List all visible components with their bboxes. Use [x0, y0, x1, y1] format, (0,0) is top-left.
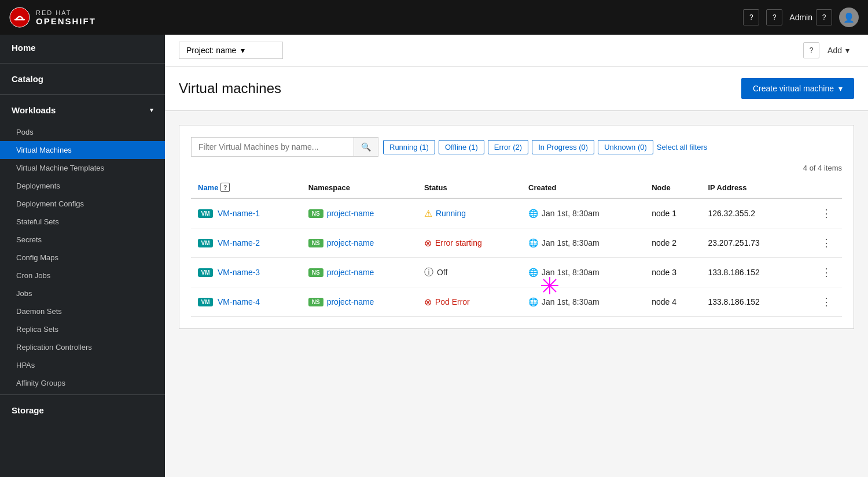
sidebar-item-virtual-machines[interactable]: Virtual Machines [0, 141, 165, 159]
row1-kebab-button[interactable]: ⋮ [818, 206, 835, 221]
create-virtual-machine-button[interactable]: Create virtual machine ▾ [741, 78, 854, 99]
row1-namespace-cell: NS project-name [301, 198, 417, 228]
row3-actions-cell: ⋮ [796, 258, 842, 287]
sidebar-item-virtual-machine-templates[interactable]: Virtual Machine Templates [0, 159, 165, 177]
col-created: Created [521, 177, 645, 198]
row1-namespace: project-name [327, 209, 374, 218]
filter-chip-in-progress[interactable]: In Progress (0) [532, 140, 594, 154]
name-help-icon[interactable]: ? [220, 183, 230, 192]
redhat-logo-icon [9, 7, 30, 28]
sidebar-section-workloads[interactable]: Workloads ▾ [0, 97, 165, 123]
add-button[interactable]: Add ▾ [823, 42, 854, 58]
row1-vm-badge: VM [198, 209, 213, 218]
sidebar-item-daemon-sets[interactable]: Daemon Sets [0, 302, 165, 320]
row2-vm-badge: VM [198, 239, 213, 247]
filter-chip-unknown[interactable]: Unknown (0) [598, 140, 653, 154]
help-icon-2[interactable]: ? [766, 9, 782, 25]
row4-namespace-link[interactable]: NS project-name [308, 297, 410, 306]
vm-list-card: 🔍 Running (1) Offline (1) Error (2) In P… [179, 125, 854, 329]
row1-name-link[interactable]: VM VM-name-1 [198, 209, 295, 218]
select-all-filters-link[interactable]: Select all filters [657, 143, 707, 151]
row4-namespace-cell: NS project-name [301, 287, 417, 317]
sidebar-item-pods[interactable]: Pods [0, 123, 165, 141]
sidebar-item-replica-sets[interactable]: Replica Sets [0, 320, 165, 338]
row4-status-link[interactable]: Pod Error [435, 297, 470, 306]
sidebar-divider-2 [0, 94, 165, 95]
filter-input[interactable] [192, 138, 354, 156]
row4-kebab-button[interactable]: ⋮ [818, 294, 835, 309]
row4-name-cell: VM VM-name-4 [191, 287, 301, 317]
top-navigation: RED HAT OPENSHIFT ? ? Admin ? 👤 [0, 0, 868, 35]
row2-status-link[interactable]: Error starting [435, 238, 482, 247]
sidebar-item-jobs[interactable]: Jobs [0, 284, 165, 302]
sidebar: Home Catalog Workloads ▾ Pods Virtual Ma… [0, 35, 165, 477]
row4-status-cell: ⊗ Pod Error [417, 287, 521, 317]
content-area: 🔍 Running (1) Offline (1) Error (2) In P… [165, 111, 868, 477]
sidebar-item-replication-controllers[interactable]: Replication Controllers [0, 338, 165, 356]
row1-status-icon: ⚠ [424, 208, 432, 219]
sidebar-item-secrets[interactable]: Secrets [0, 231, 165, 249]
avatar[interactable]: 👤 [839, 8, 859, 27]
row2-namespace-link[interactable]: NS project-name [308, 238, 410, 247]
topnav-right: ? ? Admin ? 👤 [743, 8, 859, 27]
sidebar-item-home[interactable]: Home [0, 35, 165, 61]
row2-ns-badge: NS [308, 239, 323, 247]
row1-namespace-link[interactable]: NS project-name [308, 209, 410, 218]
col-namespace: Namespace [301, 177, 417, 198]
add-label: Add [827, 46, 842, 55]
row3-created-cell: 🌐 Jan 1st, 8:30am [521, 258, 645, 287]
filter-chip-running[interactable]: Running (1) [383, 140, 435, 154]
sidebar-item-hpas[interactable]: HPAs [0, 356, 165, 374]
row3-status-label: Off [437, 268, 447, 277]
row3-globe-icon: 🌐 [528, 268, 538, 277]
admin-label: Admin ? [789, 9, 832, 25]
table-row: VM VM-name-4 NS project-name [191, 287, 842, 317]
row2-created-cell: 🌐 Jan 1st, 8:30am [521, 228, 645, 258]
row2-name-link[interactable]: VM VM-name-2 [198, 238, 295, 247]
col-node: Node [645, 177, 701, 198]
sidebar-item-config-maps[interactable]: Config Maps [0, 249, 165, 267]
filter-chip-offline[interactable]: Offline (1) [439, 140, 484, 154]
row2-name: VM-name-2 [218, 238, 260, 247]
name-sort-link[interactable]: Name [198, 183, 218, 192]
sidebar-item-deployment-configs[interactable]: Deployment Configs [0, 195, 165, 213]
row3-status-cell: ⓘ Off [417, 258, 521, 287]
col-ip: IP Address [701, 177, 796, 198]
row3-name-link[interactable]: VM VM-name-3 [198, 268, 295, 277]
row4-namespace: project-name [327, 297, 374, 306]
row1-created-cell: 🌐 Jan 1st, 8:30am [521, 198, 645, 228]
sidebar-item-stateful-sets[interactable]: Stateful Sets [0, 213, 165, 231]
sidebar-item-catalog[interactable]: Catalog [0, 66, 165, 92]
row4-created-cell: 🌐 Jan 1st, 8:30am [521, 287, 645, 317]
row1-status-link[interactable]: Running [436, 209, 466, 218]
workloads-chevron: ▾ [150, 106, 153, 114]
help-icon-1[interactable]: ? [743, 9, 759, 25]
row2-kebab-button[interactable]: ⋮ [818, 235, 835, 250]
sidebar-item-cron-jobs[interactable]: Cron Jobs [0, 267, 165, 284]
col-actions [796, 177, 842, 198]
row3-kebab-button[interactable]: ⋮ [818, 265, 835, 280]
project-dropdown-icon: ▾ [241, 46, 245, 55]
col-name: Name ? [191, 177, 301, 198]
row4-name-link[interactable]: VM VM-name-4 [198, 297, 295, 306]
table-row: VM VM-name-1 NS project-name [191, 198, 842, 228]
row1-created: Jan 1st, 8:30am [542, 209, 599, 218]
table-row: VM VM-name-2 NS project-name [191, 228, 842, 258]
logo-product: OPENSHIFT [36, 16, 96, 26]
sidebar-item-affinity-groups[interactable]: Affinity Groups [0, 374, 165, 392]
sidebar-section-storage[interactable]: Storage [0, 397, 165, 423]
filter-search-button[interactable]: 🔍 [354, 138, 378, 156]
logo: RED HAT OPENSHIFT [9, 7, 743, 28]
table-row: VM VM-name-3 NS project-name [191, 258, 842, 287]
filter-chip-error[interactable]: Error (2) [488, 140, 528, 154]
sidebar-item-deployments[interactable]: Deployments [0, 177, 165, 195]
row1-node: node 1 [645, 198, 701, 228]
row4-node: node 4 [645, 287, 701, 317]
project-selector[interactable]: Project: name ▾ [179, 42, 283, 59]
admin-help-icon[interactable]: ? [816, 9, 832, 25]
row3-namespace-link[interactable]: NS project-name [308, 268, 410, 277]
add-help-icon[interactable]: ? [803, 42, 819, 58]
filter-chips: Running (1) Offline (1) Error (2) In Pro… [383, 140, 842, 154]
row1-name-cell: VM VM-name-1 [191, 198, 301, 228]
table-body: VM VM-name-1 NS project-name [191, 198, 842, 317]
